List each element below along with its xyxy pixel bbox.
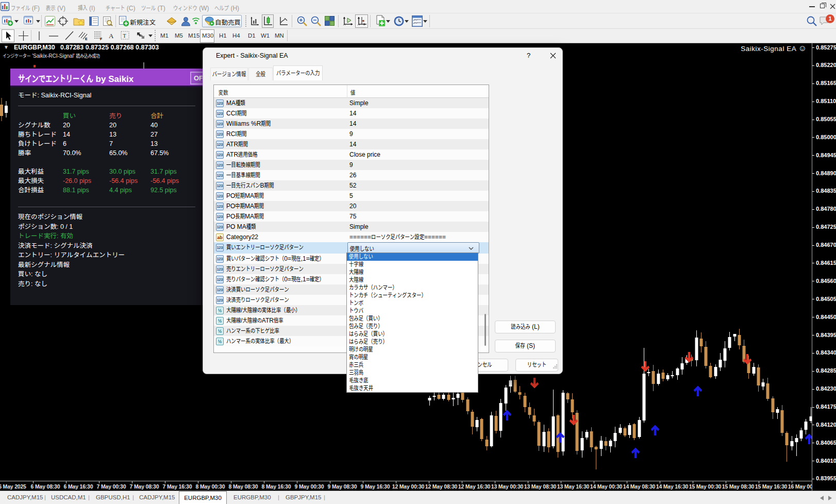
svg-text:F: F xyxy=(100,37,103,41)
svg-text:E: E xyxy=(85,37,88,41)
svg-text:T: T xyxy=(123,33,126,39)
